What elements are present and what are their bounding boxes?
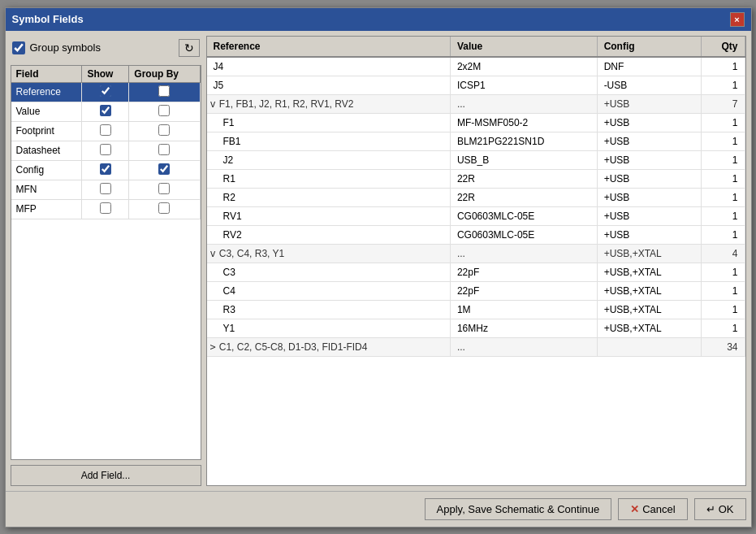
- qty-cell: 7: [701, 94, 745, 113]
- table-row[interactable]: J42x2MDNF1: [207, 57, 745, 76]
- config-cell: +USB: [597, 188, 701, 206]
- left-panel: Group symbols ↻ Field Show Group By Refe…: [11, 36, 201, 486]
- groupby-checkbox[interactable]: [158, 105, 170, 116]
- table-row[interactable]: FB1BLM21PG221SN1D+USB1: [207, 132, 745, 150]
- list-item[interactable]: Datasheet: [11, 141, 201, 160]
- reference-cell: R1: [207, 169, 451, 188]
- value-cell: ...: [450, 337, 597, 356]
- table-row[interactable]: C422pF+USB,+XTAL1: [207, 281, 745, 300]
- show-check-cell[interactable]: [82, 141, 129, 160]
- qty-cell: 1: [701, 150, 745, 169]
- list-item[interactable]: MFP: [11, 199, 201, 219]
- data-table: ReferenceValueConfigQty J42x2MDNF1J5ICSP…: [207, 37, 745, 357]
- fields-table: Field Show Group By Reference Value: [11, 65, 201, 460]
- config-cell: +USB: [597, 225, 701, 244]
- table-row[interactable]: >C1, C2, C5-C8, D1-D3, FID1-FID4...34: [207, 337, 745, 356]
- value-cell: 16MHz: [450, 319, 597, 337]
- close-button[interactable]: ×: [730, 12, 745, 27]
- list-item[interactable]: Reference: [11, 82, 201, 102]
- qty-cell: 1: [701, 319, 745, 337]
- groupby-check-cell[interactable]: [129, 199, 200, 219]
- list-item[interactable]: Config: [11, 160, 201, 180]
- groupby-checkbox[interactable]: [158, 202, 170, 214]
- field-name: Footprint: [11, 121, 82, 141]
- table-row[interactable]: Y116MHz+USB,+XTAL1: [207, 319, 745, 337]
- table-row[interactable]: R122R+USB1: [207, 169, 745, 188]
- table-row[interactable]: RV2CG0603MLC-05E+USB1: [207, 225, 745, 244]
- table-row[interactable]: vC3, C4, R3, Y1...+USB,+XTAL4: [207, 244, 745, 263]
- add-field-button[interactable]: Add Field...: [11, 465, 201, 486]
- show-checkbox[interactable]: [100, 85, 111, 97]
- groupby-checkbox[interactable]: [158, 144, 170, 155]
- qty-cell: 1: [701, 263, 745, 281]
- show-check-cell[interactable]: [82, 199, 129, 219]
- show-check-cell[interactable]: [82, 180, 129, 199]
- list-item[interactable]: MFN: [11, 180, 201, 199]
- field-name: Datasheet: [11, 141, 82, 160]
- show-checkbox[interactable]: [100, 105, 111, 116]
- show-check-cell[interactable]: [82, 160, 129, 180]
- column-header: Qty: [701, 37, 745, 57]
- show-check-cell[interactable]: [82, 82, 129, 102]
- show-checkbox[interactable]: [100, 144, 111, 155]
- reference-cell: R3: [207, 300, 451, 319]
- config-cell: +USB: [597, 206, 701, 225]
- table-row[interactable]: RV1CG0603MLC-05E+USB1: [207, 206, 745, 225]
- show-checkbox[interactable]: [100, 202, 111, 214]
- reference-cell: RV1: [207, 206, 451, 225]
- groupby-check-cell[interactable]: [129, 82, 200, 102]
- groupby-check-cell[interactable]: [129, 121, 200, 141]
- config-cell: +USB,+XTAL: [597, 319, 701, 337]
- ok-button[interactable]: ↵ OK: [694, 498, 746, 520]
- dialog-title: Symbol Fields: [12, 13, 84, 25]
- table-row[interactable]: C322pF+USB,+XTAL1: [207, 263, 745, 281]
- reference-cell: FB1: [207, 132, 451, 150]
- config-cell: DNF: [597, 57, 701, 76]
- groupby-check-cell[interactable]: [129, 180, 200, 199]
- value-cell: 22R: [450, 169, 597, 188]
- table-row[interactable]: R31M+USB,+XTAL1: [207, 300, 745, 319]
- table-row[interactable]: J2USB_B+USB1: [207, 150, 745, 169]
- groupby-check-cell[interactable]: [129, 102, 200, 121]
- bottom-bar: Apply, Save Schematic & Continue ✕ Cance…: [6, 491, 751, 527]
- groupby-checkbox[interactable]: [158, 183, 170, 194]
- cancel-button[interactable]: ✕ Cancel: [618, 498, 687, 520]
- groupby-checkbox[interactable]: [158, 85, 170, 97]
- reference-cell: C4: [207, 281, 451, 300]
- ok-icon: ↵: [706, 503, 715, 515]
- show-checkbox[interactable]: [100, 163, 111, 175]
- table-row[interactable]: vF1, FB1, J2, R1, R2, RV1, RV2...+USB7: [207, 94, 745, 113]
- field-col-header: Field: [11, 66, 82, 83]
- groupby-check-cell[interactable]: [129, 160, 200, 180]
- reference-cell: J4: [207, 57, 451, 76]
- field-name: Value: [11, 102, 82, 121]
- data-table-wrapper[interactable]: ReferenceValueConfigQty J42x2MDNF1J5ICSP…: [206, 36, 746, 486]
- table-row[interactable]: R222R+USB1: [207, 188, 745, 206]
- groupby-checkbox[interactable]: [158, 124, 170, 136]
- list-item[interactable]: Value: [11, 102, 201, 121]
- table-row[interactable]: J5ICSP1-USB1: [207, 76, 745, 94]
- qty-cell: 1: [701, 57, 745, 76]
- group-symbols-checkbox[interactable]: [12, 41, 25, 54]
- show-check-cell[interactable]: [82, 102, 129, 121]
- groupby-checkbox[interactable]: [158, 163, 170, 175]
- reference-cell: J5: [207, 76, 451, 94]
- value-cell: 2x2M: [450, 57, 597, 76]
- value-cell: USB_B: [450, 150, 597, 169]
- show-checkbox[interactable]: [100, 124, 111, 136]
- table-row[interactable]: F1MF-MSMF050-2+USB1: [207, 113, 745, 132]
- groupby-check-cell[interactable]: [129, 141, 200, 160]
- show-check-cell[interactable]: [82, 121, 129, 141]
- qty-cell: 34: [701, 337, 745, 356]
- qty-cell: 1: [701, 300, 745, 319]
- apply-button[interactable]: Apply, Save Schematic & Continue: [425, 498, 612, 520]
- group-symbols-label: Group symbols: [30, 41, 101, 54]
- show-col-header: Show: [82, 66, 129, 83]
- field-name: MFP: [11, 199, 82, 219]
- list-item[interactable]: Footprint: [11, 121, 201, 141]
- reference-cell: Y1: [207, 319, 451, 337]
- show-checkbox[interactable]: [100, 183, 111, 194]
- refresh-button[interactable]: ↻: [179, 39, 200, 57]
- qty-cell: 1: [701, 113, 745, 132]
- right-panel: ReferenceValueConfigQty J42x2MDNF1J5ICSP…: [206, 36, 746, 486]
